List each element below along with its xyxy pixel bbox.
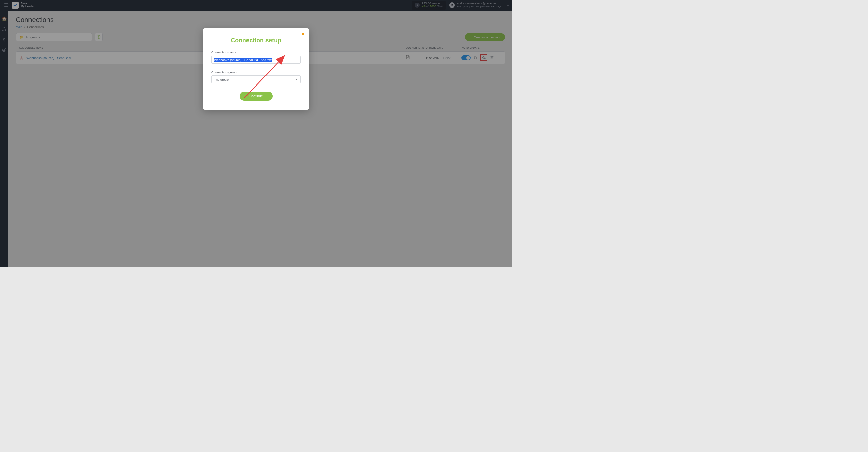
modal-overlay: ✕ Connection setup Connection name Webho… (0, 0, 512, 267)
connection-group-label: Connection group (211, 70, 301, 74)
continue-button[interactable]: Continue (240, 92, 273, 101)
modal-title: Connection setup (211, 37, 301, 44)
connection-group-select[interactable]: - no group - (211, 75, 301, 83)
connection-name-label: Connection name (211, 50, 301, 54)
connection-setup-modal: ✕ Connection setup Connection name Webho… (203, 28, 309, 110)
close-icon[interactable]: ✕ (301, 31, 305, 37)
connection-name-input[interactable]: Webhooks (source) - SendGrid - Andrew (211, 56, 301, 64)
